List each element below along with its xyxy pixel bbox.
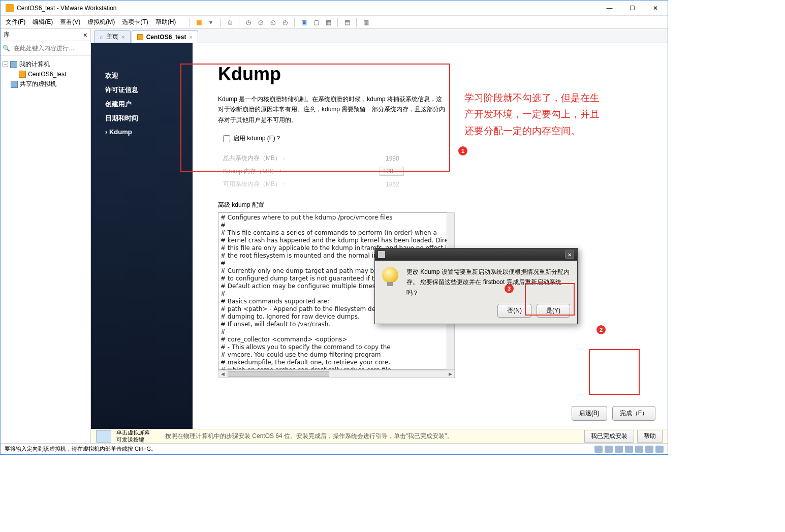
- dialog-close-icon[interactable]: ✕: [565, 251, 574, 259]
- nav-datetime[interactable]: 日期和时间: [105, 111, 193, 126]
- enable-kdump-label[interactable]: 启用 kdump (E)？: [233, 134, 281, 143]
- content-area: ⌂ 主页 × CentOS6_test × 欢迎 许可证信息 创: [91, 29, 668, 443]
- tree-root-label[interactable]: 我的计算机: [19, 60, 50, 69]
- library-icon[interactable]: ▥: [361, 17, 371, 27]
- scroll-thumb[interactable]: [228, 371, 329, 377]
- lightbulb-icon: [382, 267, 398, 283]
- sidebar-title: 库: [4, 30, 10, 39]
- snapshot-manager-icon[interactable]: ◵: [268, 17, 278, 27]
- dialog-titlebar[interactable]: ✕: [375, 248, 577, 261]
- info-bar: 单击虚拟屏幕 可发送按键 按照在物理计算机中的步骤安装 CentOS 64 位。…: [91, 429, 668, 443]
- status-net-icon[interactable]: [615, 446, 623, 453]
- status-sound-icon[interactable]: [635, 446, 643, 453]
- status-text: 要将输入定向到该虚拟机，请在虚拟机内部单击或按 Ctrl+G。: [5, 445, 156, 453]
- tab-vm-label: CentOS6_test: [146, 34, 186, 41]
- status-cd-icon[interactable]: [605, 446, 613, 453]
- nav-welcome[interactable]: 欢迎: [105, 69, 193, 83]
- dialog-no-button[interactable]: 否(N): [497, 304, 531, 318]
- help-button[interactable]: 帮助: [637, 430, 663, 443]
- menu-edit[interactable]: 编辑(E): [33, 18, 53, 26]
- computer-icon: [10, 61, 17, 68]
- tree-collapse-icon[interactable]: −: [3, 61, 8, 67]
- window-title: CentOS6_test - VMware Workstation: [17, 5, 117, 12]
- search-icon: 🔍: [3, 45, 10, 52]
- nav-license[interactable]: 许可证信息: [105, 83, 193, 97]
- menu-vm[interactable]: 虚拟机(M): [87, 18, 115, 26]
- minimize-button[interactable]: —: [598, 1, 621, 15]
- dialog-icon: [378, 251, 385, 258]
- menu-tabs[interactable]: 选项卡(T): [122, 18, 148, 26]
- home-icon: ⌂: [100, 34, 103, 41]
- centos-main: Kdump Kdump 是一个内核崩溃转储机制。在系统崩溃的时候，kdump 将…: [193, 43, 668, 429]
- search-input[interactable]: [12, 43, 91, 53]
- nav-user[interactable]: 创建用户: [105, 97, 193, 111]
- sidebar-close-icon[interactable]: ×: [83, 31, 87, 39]
- total-mem-value: 1990: [386, 155, 399, 162]
- centos-nav-sidebar: 欢迎 许可证信息 创建用户 日期和时间 Kdump: [91, 43, 193, 429]
- enable-kdump-checkbox[interactable]: [223, 135, 230, 142]
- status-hdd-icon[interactable]: [594, 446, 603, 453]
- menu-file[interactable]: 文件(F): [6, 18, 25, 26]
- total-mem-label: 总共系统内存（MB）：: [223, 154, 315, 163]
- tab-close-icon[interactable]: ×: [189, 34, 192, 40]
- info-click-l2: 可发送按键: [116, 436, 150, 443]
- kdump-description: Kdump 是一个内核崩溃转储机制。在系统崩溃的时候，kdump 将捕获系统信息…: [218, 94, 447, 125]
- vmware-window: CentOS6_test - VMware Workstation — ☐ ✕ …: [0, 0, 668, 455]
- menu-help[interactable]: 帮助(H): [155, 18, 176, 26]
- tab-vm[interactable]: CentOS6_test ×: [132, 30, 198, 43]
- vm-tree: − 我的计算机 CentOS6_test 共享的虚拟机: [1, 56, 90, 92]
- snapshot-icon[interactable]: ◷: [243, 17, 254, 27]
- adv-config-title: 高级 kdump 配置: [218, 201, 642, 209]
- annotation-badge-3: 3: [505, 284, 514, 293]
- scroll-right-icon[interactable]: ▶: [446, 370, 454, 378]
- tabs-row: ⌂ 主页 × CentOS6_test ×: [91, 29, 668, 43]
- scrollbar-horizontal[interactable]: ◀ ▶: [218, 370, 455, 378]
- status-usb-icon[interactable]: [625, 446, 633, 453]
- confirm-dialog: ✕ 更改 Kdump 设置需要重新启动系统以便根据情况重新分配内存。 您要保留这…: [374, 248, 578, 324]
- vmware-icon: [6, 4, 14, 12]
- menubar: 文件(F) 编辑(E) 查看(V) 虚拟机(M) 选项卡(T) 帮助(H) ▮▮…: [1, 16, 668, 29]
- snapshot4-icon[interactable]: ◴: [280, 17, 290, 27]
- info-bar-icon: [96, 430, 111, 443]
- revert-snapshot-icon[interactable]: ◶: [256, 17, 266, 27]
- nav-kdump[interactable]: Kdump: [105, 126, 193, 138]
- tree-vm-label[interactable]: CentOS6_test: [28, 71, 66, 78]
- fullscreen-icon[interactable]: ▣: [299, 17, 309, 27]
- page-title: Kdump: [218, 64, 642, 85]
- tab-home[interactable]: ⌂ 主页 ×: [94, 30, 131, 43]
- send-ctrl-alt-del-icon[interactable]: ⎙: [225, 17, 235, 27]
- kdump-mem-label: Kdump 内存（MB）：: [223, 167, 315, 176]
- tab-home-label: 主页: [106, 33, 118, 41]
- pause-icon[interactable]: ▮▮: [194, 17, 204, 27]
- usable-mem-label: 可用系统内存（MB）：: [223, 180, 315, 189]
- scroll-left-icon[interactable]: ◀: [218, 370, 227, 378]
- shared-icon: [11, 81, 18, 88]
- finish-button[interactable]: 完成（F）: [612, 406, 655, 421]
- install-done-button[interactable]: 我已完成安装: [584, 430, 634, 443]
- annotation-badge-1: 1: [458, 146, 467, 155]
- dropdown-icon[interactable]: ▾: [206, 17, 216, 27]
- annotation-badge-2: 2: [596, 325, 606, 334]
- maximize-button[interactable]: ☐: [621, 1, 644, 15]
- back-button[interactable]: 后退(B): [572, 406, 607, 421]
- annotation-text: 学习阶段就不勾选了，但是在生产开发环境，一定要勾上，并且还要分配一定的内存空间。: [464, 90, 602, 139]
- console-icon[interactable]: ▦: [323, 17, 333, 27]
- close-button[interactable]: ✕: [644, 1, 667, 15]
- menu-view[interactable]: 查看(V): [60, 18, 80, 26]
- vm-tab-icon: [137, 34, 143, 40]
- kdump-mem-value[interactable]: 128: [380, 167, 404, 176]
- status-printer-icon[interactable]: [645, 446, 653, 453]
- thumbnail-icon[interactable]: ▤: [342, 17, 352, 27]
- tab-close-icon[interactable]: ×: [121, 34, 124, 40]
- usable-mem-value: 1862: [386, 181, 399, 188]
- statusbar: 要将输入定向到该虚拟机，请在虚拟机内部单击或按 Ctrl+G。: [1, 443, 668, 454]
- dialog-message: 更改 Kdump 设置需要重新启动系统以便根据情况重新分配内存。 您要保留这些更…: [406, 267, 570, 298]
- tree-shared-label[interactable]: 共享的虚拟机: [20, 80, 56, 88]
- unity-icon[interactable]: ▢: [311, 17, 321, 27]
- info-click-l1: 单击虚拟屏幕: [116, 429, 150, 436]
- status-display-icon[interactable]: [655, 446, 664, 453]
- dialog-yes-button[interactable]: 是(Y): [537, 304, 570, 318]
- vm-display[interactable]: 欢迎 许可证信息 创建用户 日期和时间 Kdump Kdump Kdump 是一…: [91, 43, 668, 429]
- vm-icon: [19, 71, 26, 78]
- library-sidebar: 库 × 🔍 ▼ − 我的计算机 CentOS6_test: [1, 29, 91, 443]
